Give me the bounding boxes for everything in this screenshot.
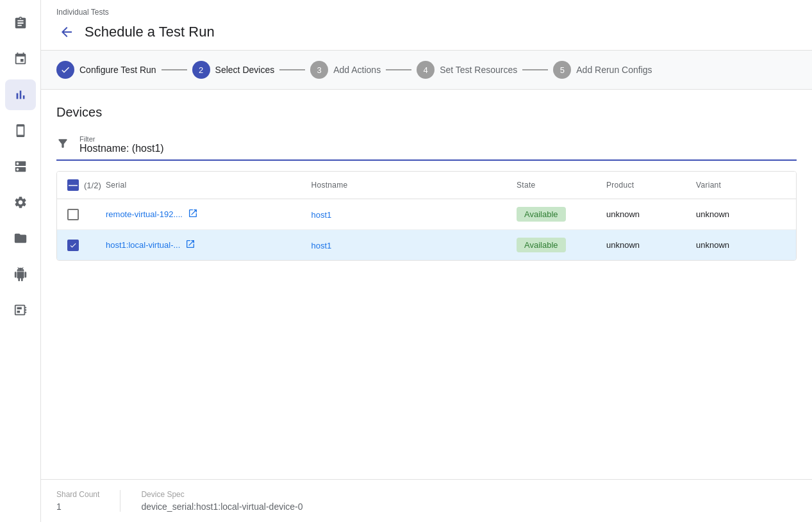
step-4-circle: 4 [417, 61, 435, 79]
row-2-external-link-icon[interactable] [185, 239, 195, 252]
table-row[interactable]: host1:local-virtual-... host1 Available … [57, 230, 796, 260]
step-2: 2 Select Devices [192, 61, 275, 79]
table-header: — (1/2) Serial Hostname State Product Va… [57, 172, 796, 199]
back-button[interactable] [56, 22, 77, 42]
connector-4 [522, 69, 548, 70]
row-2-checkbox[interactable] [67, 240, 79, 251]
step-5-label: Add Rerun Configs [576, 65, 652, 75]
row-1-serial-link[interactable]: remote-virtual-192.... [106, 209, 183, 219]
sidebar-item-android[interactable] [5, 259, 36, 290]
connector-1 [162, 69, 187, 70]
main-content: Individual Tests Schedule a Test Run Con… [41, 0, 812, 522]
sidebar-item-settings[interactable] [5, 187, 36, 218]
sidebar-item-phone[interactable] [5, 115, 36, 146]
row-1-hostname-link[interactable]: host1 [311, 210, 332, 220]
row-2-serial: host1:local-virtual-... [106, 239, 311, 252]
shard-count-label: Shard Count [56, 490, 99, 499]
step-1-circle [56, 61, 74, 79]
breadcrumb: Individual Tests [56, 8, 797, 17]
table-row[interactable]: remote-virtual-192.... host1 Available u… [57, 199, 796, 230]
select-all-cell[interactable]: — (1/2) [67, 179, 106, 191]
sidebar-item-calendar[interactable] [5, 44, 36, 74]
row-1-state: Available [517, 207, 606, 222]
step-1: Configure Test Run [56, 61, 156, 79]
step-3: 3 Add Actions [310, 61, 381, 79]
step-2-circle: 2 [192, 61, 210, 79]
page-title: Schedule a Test Run [85, 24, 215, 40]
sidebar [0, 0, 41, 522]
device-spec-value: device_serial:host1:local-virtual-device… [141, 502, 302, 512]
row-1-serial: remote-virtual-192.... [106, 208, 311, 221]
step-3-circle: 3 [310, 61, 328, 79]
sidebar-item-clipboard[interactable] [5, 8, 36, 38]
step-4: 4 Set Test Resources [417, 61, 517, 79]
bottom-bar: Shard Count 1 Device Spec device_serial:… [41, 479, 812, 522]
filter-label: Filter [79, 135, 164, 143]
shard-count-field: Shard Count 1 [56, 490, 99, 512]
step-1-label: Configure Test Run [79, 65, 156, 75]
step-5: 5 Add Rerun Configs [553, 61, 652, 79]
row-2-serial-link[interactable]: host1:local-virtual-... [106, 240, 180, 250]
header: Individual Tests Schedule a Test Run [41, 0, 812, 51]
row-2-hostname: host1 [311, 240, 517, 251]
col-hostname: Hostname [311, 181, 517, 190]
sidebar-item-folder[interactable] [5, 223, 36, 254]
devices-title: Devices [56, 105, 797, 120]
row-2-hostname-link[interactable]: host1 [311, 241, 332, 250]
select-all-checkbox[interactable]: — [67, 179, 79, 191]
bottom-divider [120, 490, 120, 512]
col-product: Product [606, 181, 696, 190]
filter-bar[interactable]: Filter Hostname: (host1) [56, 130, 797, 161]
sidebar-item-servers[interactable] [5, 151, 36, 182]
connector-3 [386, 69, 411, 70]
content-area: Devices Filter Hostname: (host1) — (1/2)… [41, 90, 812, 479]
row-2-state: Available [517, 238, 606, 252]
step-3-label: Add Actions [333, 65, 381, 75]
step-4-label: Set Test Resources [440, 65, 517, 75]
step-5-circle: 5 [553, 61, 571, 79]
stepper: Configure Test Run 2 Select Devices 3 Ad… [41, 51, 812, 90]
row-1-external-link-icon[interactable] [188, 208, 198, 221]
row-2-product: unknown [606, 240, 696, 250]
connector-2 [279, 69, 305, 70]
row-count: (1/2) [84, 181, 101, 190]
row-2-checkbox-cell[interactable] [67, 240, 106, 251]
step-2-label: Select Devices [215, 65, 275, 75]
row-2-state-badge: Available [517, 238, 566, 252]
devices-table: — (1/2) Serial Hostname State Product Va… [56, 171, 797, 261]
sidebar-item-chart[interactable] [5, 79, 36, 110]
col-variant: Variant [696, 181, 786, 190]
col-serial: Serial [106, 181, 311, 190]
row-1-hostname: host1 [311, 209, 517, 220]
device-spec-label: Device Spec [141, 490, 302, 499]
row-1-checkbox-cell[interactable] [67, 209, 106, 220]
row-1-product: unknown [606, 209, 696, 219]
col-state: State [517, 181, 606, 190]
row-2-variant: unknown [696, 240, 786, 250]
sidebar-item-activity[interactable] [5, 295, 36, 325]
device-spec-field: Device Spec device_serial:host1:local-vi… [141, 490, 302, 512]
filter-value: Hostname: (host1) [79, 143, 164, 154]
row-1-checkbox[interactable] [67, 209, 79, 220]
filter-icon [56, 137, 69, 153]
shard-count-value: 1 [56, 502, 99, 512]
filter-content: Filter Hostname: (host1) [79, 135, 164, 154]
row-1-state-badge: Available [517, 207, 566, 222]
row-1-variant: unknown [696, 209, 786, 219]
